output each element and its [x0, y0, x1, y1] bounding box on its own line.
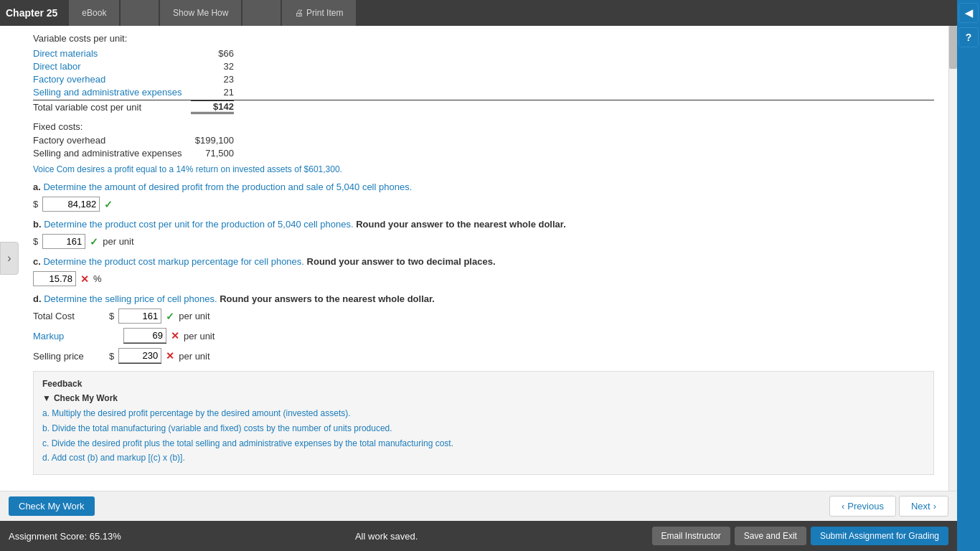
factory-overhead-fixed-label: Factory overhead [33, 135, 191, 146]
question-a-description: Determine the amount of desired profit f… [43, 182, 412, 192]
tab-ebook[interactable]: eBook [69, 0, 119, 26]
scrollbar-thumb[interactable] [949, 26, 957, 69]
cost-row-factory-overhead-var: Factory overhead 23 [33, 74, 934, 85]
chevron-left-icon: ‹ [842, 501, 844, 512]
save-and-exit-button[interactable]: Save and Exit [735, 527, 806, 545]
chapter-title: Chapter 25 [6, 7, 57, 19]
previous-label: Previous [847, 501, 884, 512]
left-arrow-btn[interactable]: › [0, 242, 19, 275]
check-my-work-button[interactable]: Check My Work [9, 496, 95, 516]
total-cost-dollar: $ [109, 311, 114, 321]
cost-row-direct-materials: Direct materials $66 [33, 48, 934, 59]
cost-row-factory-overhead-fixed: Factory overhead $199,100 [33, 135, 934, 146]
header: Chapter 25 eBook Show Me How 🖨 Print Ite… [0, 0, 980, 26]
selling-price-unit: per unit [179, 351, 209, 362]
question-b-status: ✓ [90, 236, 98, 248]
question-d: d. Determine the selling price of cell p… [33, 293, 934, 364]
question-d-description: Determine the selling price of cell phon… [44, 293, 220, 304]
question-a: a. Determine the amount of desired profi… [33, 182, 934, 212]
content-area: Variable costs per unit: Direct material… [19, 26, 948, 491]
question-d-part: d. [33, 293, 44, 304]
question-b-answer-row: $ ✓ per unit [33, 234, 934, 249]
question-c-status: ✕ [80, 273, 89, 285]
question-a-input[interactable] [42, 197, 100, 212]
scrollbar[interactable] [948, 26, 957, 491]
selling-price-input[interactable] [118, 348, 161, 363]
tab-4[interactable] [242, 0, 281, 26]
tab-show-me-how[interactable]: Show Me How [160, 0, 241, 26]
score-label: Assignment Score: [9, 531, 87, 542]
footer-buttons: Email Instructor Save and Exit Submit As… [652, 527, 948, 545]
markup-status: ✕ [171, 330, 179, 342]
cost-row-direct-labor: Direct labor 32 [33, 61, 934, 72]
question-b-input[interactable] [42, 234, 85, 249]
print-icon: 🖨 [295, 8, 303, 18]
question-c-unit: % [93, 273, 102, 284]
question-c-part: c. [33, 256, 43, 267]
feedback-item-c: c. Divide the desired profit plus the to… [42, 438, 925, 450]
question-c-description: Determine the product cost markup percen… [43, 256, 306, 267]
score-value: 65.13% [90, 531, 121, 542]
selling-admin-var-value: 21 [191, 87, 234, 98]
cost-row-selling-admin-var: Selling and administrative expenses 21 [33, 87, 934, 98]
part-d-total-cost-row: Total Cost $ ✓ per unit [33, 309, 934, 324]
total-variable-cost-value: $142 [191, 100, 234, 114]
previous-button[interactable]: ‹ Previous [829, 496, 896, 517]
next-button[interactable]: Next › [899, 496, 948, 517]
submit-assignment-button[interactable]: Submit Assignment for Grading [811, 527, 948, 545]
feedback-item-d: d. Add cost (b) and markup [(c) x (b)]. [42, 452, 925, 464]
direct-labor-value: 32 [191, 61, 234, 72]
selling-admin-fixed-value: 71,500 [191, 148, 234, 159]
selling-price-underline [118, 348, 161, 364]
feedback-section: Feedback ▼ Check My Work a. Multiply the… [33, 371, 934, 475]
markup-label: Markup [33, 331, 105, 342]
profit-text: Voice Com desires a profit equal to a 14… [33, 164, 934, 174]
footer-bar: Assignment Score: 65.13% All work saved.… [0, 521, 980, 551]
total-cost-label: Total Cost [33, 311, 105, 321]
question-a-answer-row: $ ✓ [33, 197, 934, 212]
sidebar-help-btn[interactable]: ? [958, 27, 979, 47]
check-my-work-label: Check My Work [54, 393, 118, 403]
question-b-label: b. Determine the product cost per unit f… [33, 219, 934, 230]
question-a-dollar: $ [33, 199, 38, 209]
direct-materials-label: Direct materials [33, 48, 191, 59]
total-cost-unit: per unit [179, 311, 209, 321]
markup-input[interactable] [123, 328, 166, 343]
total-cost-status: ✓ [166, 311, 174, 322]
bottom-nav: Check My Work ‹ Previous Next › [0, 491, 980, 521]
question-b-description: Determine the product cost per unit for … [44, 219, 356, 230]
sidebar-arrow-btn[interactable]: ◀ [958, 3, 979, 23]
main-container: › Variable costs per unit: Direct materi… [0, 26, 980, 491]
variable-costs-label: Variable costs per unit: [33, 33, 934, 44]
factory-overhead-var-label: Factory overhead [33, 74, 191, 85]
tab-print-label: Print Item [306, 8, 343, 18]
check-my-work-header: ▼ Check My Work [42, 393, 925, 403]
email-instructor-button[interactable]: Email Instructor [652, 527, 730, 545]
work-saved-text: All work saved. [355, 531, 418, 542]
factory-overhead-var-value: 23 [191, 74, 234, 85]
question-c-answer-row: ✕ % [33, 271, 934, 286]
fixed-costs-section: Fixed costs: Factory overhead $199,100 S… [33, 121, 934, 159]
selling-admin-fixed-label: Selling and administrative expenses [33, 148, 191, 159]
selling-price-dollar: $ [109, 351, 114, 362]
triangle-icon: ▼ [42, 393, 51, 403]
tab-2[interactable] [121, 0, 159, 26]
part-d-selling-price-row: Selling price $ ✕ per unit [33, 348, 934, 364]
part-d-table: Total Cost $ ✓ per unit Markup ✕ per uni… [33, 309, 934, 364]
factory-overhead-fixed-value: $199,100 [191, 135, 234, 146]
question-c: c. Determine the product cost markup per… [33, 256, 934, 286]
feedback-item-a: a. Multiply the desired profit percentag… [42, 408, 925, 420]
question-c-input[interactable] [33, 271, 76, 286]
variable-costs-section: Variable costs per unit: Direct material… [33, 33, 934, 114]
markup-underline [123, 328, 166, 344]
direct-materials-value: $66 [191, 48, 234, 59]
question-b: b. Determine the product cost per unit f… [33, 219, 934, 249]
direct-labor-label: Direct labor [33, 61, 191, 72]
question-a-label: a. Determine the amount of desired profi… [33, 182, 934, 192]
total-cost-input[interactable] [118, 309, 161, 324]
tab-print[interactable]: 🖨 Print Item [282, 0, 356, 26]
fixed-costs-label: Fixed costs: [33, 121, 934, 132]
tab-4-label [255, 8, 268, 18]
chevron-right-icon: › [933, 501, 936, 512]
cost-row-selling-admin-fixed: Selling and administrative expenses 71,5… [33, 148, 934, 159]
